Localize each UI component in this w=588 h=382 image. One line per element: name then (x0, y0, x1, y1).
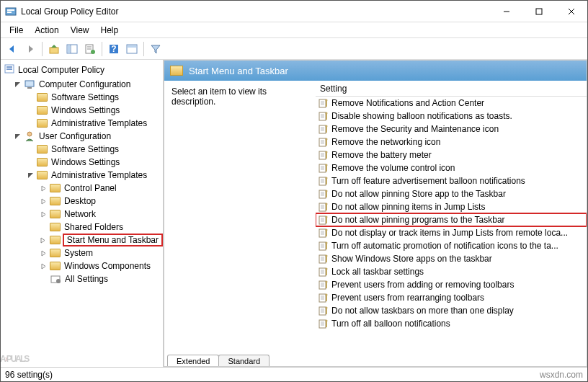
tree-item[interactable]: Desktop (1, 195, 163, 208)
svg-point-38 (326, 112, 328, 115)
setting-row[interactable]: Disable showing balloon notifications as… (316, 110, 587, 123)
tree-pane[interactable]: Local Computer Policy Computer Configura… (1, 60, 164, 367)
help-button[interactable]: ? (105, 40, 122, 58)
tree-item[interactable]: Network (1, 208, 163, 221)
tree-item[interactable]: Software Settings (1, 91, 163, 104)
expand-icon[interactable] (39, 250, 48, 257)
setting-row[interactable]: Remove the networking icon (316, 136, 587, 148)
expand-icon[interactable] (26, 172, 35, 179)
folder-icon (50, 249, 61, 257)
setting-icon (318, 280, 329, 290)
toolbar-separator (143, 42, 144, 56)
setting-label: Turn off feature advertisement balloon n… (331, 176, 525, 186)
tree-root[interactable]: Local Computer Policy (1, 61, 163, 78)
setting-row[interactable]: Show Windows Store apps on the taskbar (316, 252, 587, 265)
close-button[interactable] (555, 1, 587, 22)
expand-icon[interactable] (39, 237, 48, 244)
tree-item[interactable]: Start Menu and Taskbar (1, 234, 163, 246)
setting-row[interactable]: Remove the battery meter (316, 148, 587, 161)
menu-file[interactable]: File (4, 24, 29, 37)
setting-label: Prevent users from rearranging toolbars (331, 293, 484, 303)
setting-icon (318, 189, 329, 199)
tree-item-label: System (63, 248, 94, 258)
setting-row[interactable]: Do not allow pinning programs to the Tas… (316, 213, 587, 226)
expand-icon[interactable] (13, 133, 22, 140)
window-title: Local Group Policy Editor (21, 6, 490, 17)
setting-row[interactable]: Remove the Security and Maintenance icon (316, 123, 587, 136)
tree-root-label: Local Computer Policy (18, 65, 104, 75)
up-button[interactable] (45, 40, 63, 58)
menu-view[interactable]: View (65, 24, 95, 37)
setting-row[interactable]: Do not allow pinning Store app to the Ta… (316, 187, 587, 200)
tree-item[interactable]: System (1, 246, 163, 259)
tree-item[interactable]: Shared Folders (1, 221, 163, 234)
tree-item-label: Shared Folders (63, 222, 125, 232)
menu-help[interactable]: Help (95, 24, 125, 37)
tree-item-label: Desktop (63, 196, 97, 206)
setting-row[interactable]: Turn off feature advertisement balloon n… (316, 174, 587, 187)
settings-icon (50, 273, 61, 285)
setting-label: Do not display or track items in Jump Li… (331, 228, 568, 238)
svg-point-14 (91, 50, 95, 54)
menu-action[interactable]: Action (29, 24, 64, 37)
tree-item-label: Software Settings (50, 144, 120, 154)
svg-point-80 (326, 203, 328, 205)
tree-item[interactable]: Computer Configuration (1, 78, 163, 91)
forward-button[interactable] (22, 40, 39, 58)
tree-item[interactable]: Windows Settings (1, 156, 163, 169)
svg-text:?: ? (111, 44, 116, 54)
tree-item[interactable]: Windows Components (1, 259, 163, 272)
tree-item[interactable]: Software Settings (1, 143, 163, 156)
folder-icon (37, 158, 48, 166)
list-header-setting[interactable]: Setting (316, 81, 587, 97)
expand-icon[interactable] (39, 263, 48, 270)
setting-row[interactable]: Do not allow taskbars on more than one d… (316, 304, 587, 317)
tab-standard[interactable]: Standard (218, 355, 270, 367)
setting-label: Remove Notifications and Action Center (331, 98, 484, 108)
settings-scroll[interactable]: Remove Notifications and Action CenterDi… (316, 97, 587, 350)
toolbar: ? (1, 38, 587, 60)
minimize-button[interactable] (490, 1, 522, 22)
tree-item[interactable]: Administrative Templates (1, 117, 163, 130)
svg-rect-1 (7, 9, 14, 11)
setting-icon (318, 293, 329, 303)
setting-label: Turn off all balloon notifications (331, 319, 450, 329)
setting-row[interactable]: Turn off automatic promotion of notifica… (316, 239, 587, 252)
setting-row[interactable]: Turn off all balloon notifications (316, 317, 587, 330)
tree-item[interactable]: Windows Settings (1, 104, 163, 117)
tree-item-label: Administrative Templates (50, 118, 148, 128)
setting-row[interactable]: Remove Notifications and Action Center (316, 97, 587, 110)
properties-button[interactable] (81, 40, 99, 58)
tree-item[interactable]: User Configuration (1, 130, 163, 143)
tree-item[interactable]: Control Panel (1, 182, 163, 195)
source-text: wsxdn.com (540, 370, 583, 380)
setting-row[interactable]: Do not allow pinning items in Jump Lists (316, 200, 587, 213)
back-button[interactable] (4, 40, 21, 58)
show-hide-tree-button[interactable] (63, 40, 81, 58)
setting-row[interactable]: Prevent users from rearranging toolbars (316, 291, 587, 304)
setting-icon (318, 254, 329, 264)
setting-row[interactable]: Do not display or track items in Jump Li… (316, 226, 587, 239)
tree-item[interactable]: All Settings (1, 272, 163, 285)
tree-item-label: Windows Settings (50, 105, 121, 115)
tab-extended[interactable]: Extended (167, 355, 219, 367)
folder-icon (50, 223, 61, 231)
detail-tabs: Extended Standard (164, 350, 587, 366)
tree-item[interactable]: Administrative Templates (1, 169, 163, 182)
setting-label: Do not allow pinning Store app to the Ta… (331, 189, 506, 199)
expand-icon[interactable] (13, 81, 22, 88)
tree-item-label: Administrative Templates (50, 170, 148, 180)
setting-row[interactable]: Prevent users from adding or removing to… (316, 278, 587, 291)
setting-row[interactable]: Lock all taskbar settings (316, 265, 587, 278)
svg-point-134 (326, 320, 328, 322)
expand-icon[interactable] (39, 185, 48, 192)
setting-icon (318, 228, 329, 238)
maximize-button[interactable] (522, 1, 555, 22)
expand-icon[interactable] (39, 211, 48, 218)
options-button[interactable] (123, 40, 141, 58)
folder-icon (37, 119, 48, 128)
toolbar-separator (42, 42, 43, 56)
setting-row[interactable]: Remove the volume control icon (316, 161, 587, 174)
expand-icon[interactable] (39, 198, 48, 205)
filter-button[interactable] (147, 40, 164, 58)
